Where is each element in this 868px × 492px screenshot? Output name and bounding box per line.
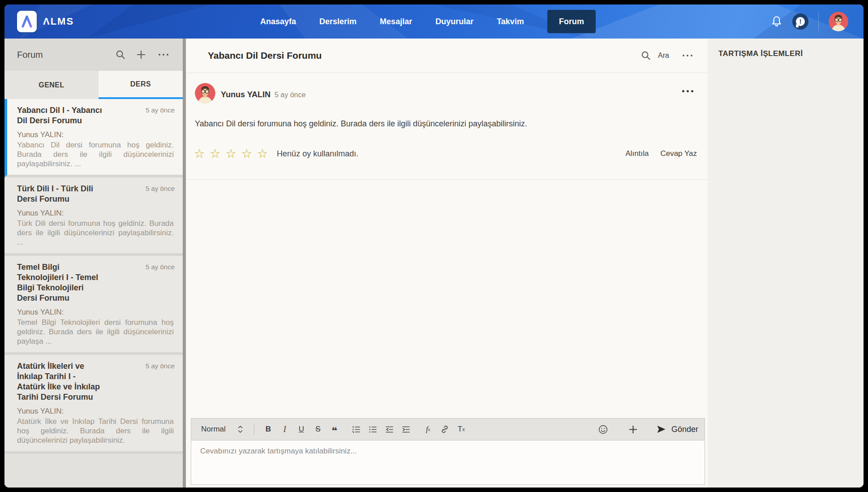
tab-ders[interactable]: DERS: [99, 71, 183, 99]
main-more-icon[interactable]: [681, 53, 694, 58]
nav-item-anasayfa[interactable]: Anasayfa: [260, 17, 296, 26]
navbar-actions: !: [771, 4, 864, 39]
thread-preview: Atatürk İlke ve İnkılap Tarihi Dersi for…: [17, 417, 174, 445]
outdent-icon[interactable]: [383, 423, 396, 436]
user-avatar[interactable]: [829, 12, 848, 31]
post-body: Yabancı Dil dersi forumuna hoş geldiniz.…: [195, 118, 690, 129]
forum-thread-item[interactable]: Yabancı Dil I - Yabancı Dil Dersi Forumu…: [4, 99, 183, 177]
main-nav: AnasayfaDerslerimMesajlarDuyurularTakvim…: [260, 4, 596, 39]
send-label: Gönder: [671, 425, 698, 434]
alms-app: ΛLMS AnasayfaDerslerimMesajlarDuyurularT…: [4, 4, 864, 488]
brand-name: ΛLMS: [43, 16, 74, 27]
blockquote-icon[interactable]: ❝: [328, 421, 341, 438]
post-more-icon[interactable]: [680, 88, 695, 94]
alert-bubble-tail: [796, 24, 799, 28]
star-icon[interactable]: ☆: [257, 147, 268, 160]
thread-author: Yunus YALIN:: [17, 208, 174, 218]
post-timestamp: 5 ay önce: [275, 91, 305, 99]
send-icon: [657, 425, 666, 434]
alms-logo-icon: [17, 11, 37, 32]
brand[interactable]: ΛLMS: [17, 4, 74, 39]
forum-thread-item[interactable]: Türk Dili I - Türk Dili Dersi Forumu 5 a…: [4, 177, 183, 256]
toolbar-divider: [254, 424, 254, 435]
rating-status: Henüz oy kullanılmadı.: [277, 149, 358, 159]
thread-preview: Yabancı Dil dersi forumuna hoş geldiniz.…: [17, 140, 174, 168]
thread-author: Yunus YALIN:: [17, 130, 174, 139]
notifications-bell-icon[interactable]: [771, 16, 782, 27]
italic-button[interactable]: I: [278, 423, 292, 436]
thread-title: Temel Bilgi Teknolojileri I - Temel Bilg…: [17, 262, 102, 303]
nav-item-derslerim[interactable]: Derslerim: [319, 17, 357, 26]
page-title: Yabancı Dil Dersi Forumu: [208, 50, 322, 61]
post-author-name: Yunus YALIN: [221, 90, 271, 99]
thread-time: 5 ay önce: [146, 263, 175, 271]
post-actions: Alıntıla Cevap Yaz: [625, 149, 697, 158]
thread-title: Yabancı Dil I - Yabancı Dil Dersi Forumu: [17, 105, 102, 126]
add-thread-plus-icon[interactable]: [135, 49, 147, 60]
formula-button[interactable]: fx: [421, 423, 435, 436]
top-navbar: ΛLMS AnasayfaDerslerimMesajlarDuyurularT…: [4, 4, 864, 39]
star-icon[interactable]: ☆: [225, 147, 236, 160]
main-header-actions: Ara: [640, 50, 694, 61]
post-author-avatar: [195, 83, 215, 104]
thread-time: 5 ay önce: [146, 185, 175, 192]
emoji-icon[interactable]: [597, 423, 610, 436]
forum-thread-item[interactable]: Atatürk İlkeleri ve İnkılap Tarihi I - A…: [4, 355, 183, 454]
thread-time: 5 ay önce: [146, 106, 175, 114]
reply-button[interactable]: Cevap Yaz: [660, 149, 697, 158]
thread-author: Yunus YALIN:: [17, 307, 174, 317]
panel-title: TARTIŞMA İŞLEMLERİ: [718, 49, 803, 58]
nav-item-mesajlar[interactable]: Mesajlar: [380, 17, 412, 26]
thread-title: Türk Dili I - Türk Dili Dersi Forumu: [17, 184, 102, 204]
post-footer: ☆☆☆☆☆ Henüz oy kullanılmadı. Alıntıla Ce…: [194, 145, 697, 163]
forum-sidebar: Forum GENELDERS Ya: [4, 39, 183, 488]
star-icon[interactable]: ☆: [210, 147, 220, 160]
reply-editor: Normal B I U S ❝: [191, 418, 705, 485]
forum-post: Yunus YALIN 5 ay önce Yabancı Dil dersi …: [186, 73, 708, 180]
nav-item-duyurular[interactable]: Duyurular: [435, 17, 473, 26]
search-label[interactable]: Ara: [658, 52, 669, 60]
ordered-list-icon[interactable]: [350, 423, 363, 436]
discussion-actions-panel: TARTIŞMA İŞLEMLERİ: [708, 39, 864, 488]
clear-format-button[interactable]: Tx: [455, 423, 468, 436]
sidebar-header: Forum: [4, 39, 183, 71]
attach-plus-icon[interactable]: [627, 423, 640, 436]
thread-preview: Temel Bilgi Teknolojileri dersi forumuna…: [17, 318, 174, 346]
star-icon[interactable]: ☆: [194, 147, 205, 160]
search-icon[interactable]: [640, 50, 652, 61]
reply-input[interactable]: [191, 440, 705, 484]
updown-arrows-icon: [237, 425, 243, 433]
nav-item-forum[interactable]: Forum: [547, 10, 596, 33]
bold-button[interactable]: B: [262, 423, 275, 436]
tab-genel[interactable]: GENEL: [4, 71, 99, 99]
sidebar-header-icons: [115, 47, 171, 62]
forum-main: Yabancı Dil Dersi Forumu Ara: [186, 39, 708, 488]
thread-preview: Türk Dili dersi forumuna hoş geldiniz. B…: [17, 219, 174, 247]
strikethrough-button[interactable]: S: [311, 423, 325, 436]
toolbar-right: Gönder: [597, 423, 698, 436]
link-icon[interactable]: [438, 423, 451, 436]
sidebar-tabs: GENELDERS: [4, 71, 183, 99]
nav-item-takvim[interactable]: Takvim: [497, 17, 524, 26]
underline-button[interactable]: U: [295, 423, 308, 436]
thread-list: Yabancı Dil I - Yabancı Dil Dersi Forumu…: [4, 99, 183, 488]
thread-time: 5 ay önce: [146, 362, 175, 370]
thread-author: Yunus YALIN:: [17, 406, 174, 416]
format-select[interactable]: Normal: [198, 425, 247, 434]
thread-title: Atatürk İlkeleri ve İnkılap Tarihi I - A…: [17, 361, 102, 402]
sidebar-title: Forum: [17, 50, 43, 60]
bullet-list-icon[interactable]: [366, 423, 380, 436]
main-header: Yabancı Dil Dersi Forumu Ara: [186, 39, 708, 73]
star-icon[interactable]: ☆: [241, 147, 252, 160]
alert-bubble-icon[interactable]: !: [792, 13, 808, 30]
search-icon[interactable]: [115, 49, 126, 60]
indent-icon[interactable]: [400, 423, 413, 436]
editor-toolbar: Normal B I U S ❝: [191, 419, 705, 440]
sidebar-more-icon[interactable]: [156, 47, 171, 62]
quote-button[interactable]: Alıntıla: [625, 149, 649, 158]
forum-thread-item[interactable]: Temel Bilgi Teknolojileri I - Temel Bilg…: [4, 256, 183, 355]
content-shell: Forum GENELDERS Ya: [4, 39, 864, 488]
sidebar-scrollbar[interactable]: [183, 39, 186, 488]
rating-stars[interactable]: ☆☆☆☆☆: [194, 147, 268, 160]
send-button[interactable]: Gönder: [657, 425, 698, 434]
